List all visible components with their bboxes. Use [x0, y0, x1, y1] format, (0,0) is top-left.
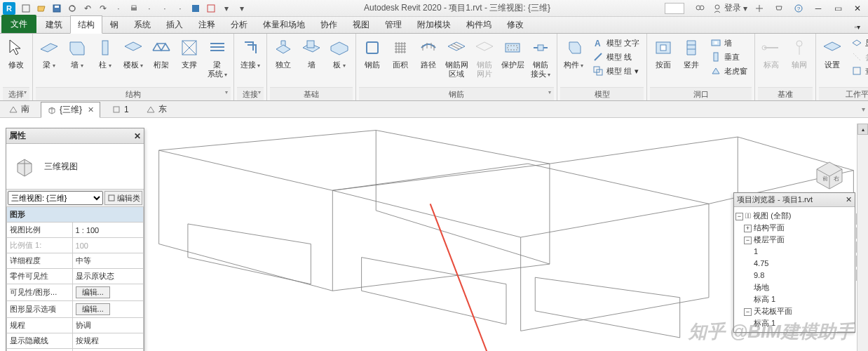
tab-insert[interactable]: 插入 — [158, 15, 191, 33]
properties-close-icon[interactable]: ✕ — [134, 131, 141, 141]
dormer-button[interactable]: 老虎窗 — [707, 65, 750, 77]
redo-icon[interactable]: ↷ — [95, 1, 111, 15]
viewer-button[interactable]: 查看器 — [848, 65, 868, 77]
column-button[interactable]: 柱 — [92, 35, 118, 72]
restore-button[interactable]: ▭ — [830, 1, 846, 15]
tab-architecture[interactable]: 建筑 — [38, 15, 70, 33]
panel-title-structure[interactable]: 结构 — [36, 87, 231, 100]
tab-structure[interactable]: 结构 — [70, 15, 102, 34]
prop-value[interactable]: 协调 — [72, 318, 143, 333]
by-face-button[interactable]: 按面 — [650, 35, 677, 71]
view-tab-south[interactable]: 南 — [3, 102, 35, 117]
qat-btn-9[interactable]: · — [157, 1, 172, 15]
tab-steel[interactable]: 钢 — [102, 15, 126, 33]
prop-value[interactable]: 按规程 — [72, 333, 143, 349]
tree-level-2[interactable]: 4.75 — [735, 258, 853, 270]
prop-value[interactable]: 1 : 100 — [72, 223, 143, 238]
instance-selector[interactable]: 三维视图: {三维} — [8, 191, 103, 205]
tab-addins[interactable]: 附加模块 — [409, 15, 459, 33]
tab-modify[interactable]: 修改 — [499, 15, 531, 33]
wall-foundation-button[interactable]: 墙 — [298, 35, 325, 71]
beam-button[interactable]: 梁 — [36, 35, 62, 72]
coupler-button[interactable]: 钢筋 接头 — [527, 35, 554, 81]
prop-value[interactable]: 无 — [72, 349, 143, 352]
model-group-button[interactable]: 模型 组 ▾ — [590, 65, 642, 77]
tab-file[interactable]: 文件 — [1, 15, 36, 33]
view-tab-1[interactable]: 1 — [106, 103, 135, 116]
open-icon[interactable] — [34, 1, 49, 15]
cover-button[interactable]: 保护层 — [499, 35, 526, 71]
scroll-up-icon[interactable]: ▴ — [857, 124, 868, 135]
beam-system-button[interactable]: 梁 系统 — [204, 35, 231, 81]
qat-menu[interactable] — [18, 1, 34, 15]
slab-button[interactable]: 板 — [326, 35, 353, 72]
keyword-icon[interactable] — [693, 1, 708, 15]
view-tab-3d[interactable]: {三维}✕ — [41, 102, 100, 118]
measure-icon[interactable]: · — [142, 1, 157, 15]
tree-level-4[interactable]: 场地 — [735, 282, 853, 293]
tab-analyze[interactable]: 分析 — [223, 15, 255, 33]
tree-level-3[interactable]: 9.8 — [735, 270, 853, 282]
minimize-button[interactable]: ─ — [811, 1, 826, 15]
panel-title-connect[interactable]: 连接 — [237, 87, 264, 100]
model-line-button[interactable]: 模型 线 — [590, 51, 642, 63]
tree-level-5[interactable]: 标高 1 — [735, 293, 853, 305]
isolated-button[interactable]: 独立 — [270, 35, 297, 71]
tab-goujianwu[interactable]: 构件坞 — [459, 15, 499, 33]
panel-title-rebar[interactable]: 钢筋 — [359, 87, 554, 100]
tab-systems[interactable]: 系统 — [126, 15, 158, 33]
close-hidden-icon[interactable] — [203, 1, 219, 15]
app-logo[interactable]: R — [3, 2, 15, 15]
qat-btn-10[interactable]: · — [172, 1, 188, 15]
cart-icon[interactable] — [771, 1, 787, 15]
wall-opening-button[interactable]: 墙 — [707, 37, 750, 49]
exchange-icon[interactable] — [752, 1, 767, 15]
close-tab-icon[interactable]: ✕ — [88, 105, 94, 114]
connection-button[interactable]: 连接 — [237, 35, 264, 72]
truss-button[interactable]: 桁架 — [148, 35, 175, 71]
fabric-area-button[interactable]: 钢筋网 区域 — [443, 35, 470, 80]
vertical-scrollbar[interactable]: ▴ — [857, 124, 868, 351]
print-icon[interactable] — [126, 1, 142, 15]
edit-button[interactable]: 编辑... — [76, 303, 110, 315]
vertical-opening-button[interactable]: 垂直 — [707, 51, 750, 63]
tree-level-1[interactable]: 1 — [735, 246, 853, 258]
brace-button[interactable]: 支撑 — [176, 35, 203, 71]
browser-close-icon[interactable]: ✕ — [846, 195, 852, 204]
tab-massing[interactable]: 体量和场地 — [255, 15, 313, 33]
undo-icon[interactable]: ↶ — [80, 1, 95, 15]
set-workplane-button[interactable]: 设置 — [819, 35, 846, 71]
save-icon[interactable] — [49, 1, 65, 15]
component-button[interactable]: 构件 — [560, 35, 587, 72]
group-graphics[interactable]: 图形 — [7, 207, 144, 223]
view-tab-overflow[interactable]: ▾ — [862, 105, 865, 113]
sync-icon[interactable] — [65, 1, 80, 15]
view-cube[interactable]: 前 右 — [809, 153, 850, 194]
edit-type-button[interactable]: 编辑类 — [104, 191, 142, 205]
panel-title-select[interactable]: 选择 — [3, 87, 29, 100]
path-rebar-button[interactable]: 路径 — [415, 35, 442, 71]
close-button[interactable]: ✕ — [850, 1, 865, 15]
tab-annotate[interactable]: 注释 — [191, 15, 223, 33]
ribbon-minimize-icon[interactable]: ▫▾ — [846, 20, 868, 33]
show-workplane-button[interactable]: 显示 — [848, 37, 868, 49]
help-icon[interactable]: ? — [791, 1, 806, 15]
view-tab-east[interactable]: 东 — [140, 102, 172, 117]
tab-collab[interactable]: 协作 — [313, 15, 345, 33]
rebar-button[interactable]: 钢筋 — [359, 35, 386, 71]
edit-button[interactable]: 编辑... — [76, 286, 110, 298]
thin-lines-icon[interactable] — [188, 1, 203, 15]
login-button[interactable]: 登录 ▾ — [712, 1, 747, 15]
area-rebar-button[interactable]: 面积 — [387, 35, 414, 71]
prop-value[interactable]: 中等 — [72, 253, 143, 269]
project-tree[interactable]: −�⃣ 视图 (全部) +结构平面 −楼层平面 1 4.75 9.8 场地 标高… — [734, 207, 855, 332]
shaft-button[interactable]: 竖井 — [678, 35, 705, 71]
modify-button[interactable]: 修改 — [3, 35, 29, 71]
floor-button[interactable]: 楼板 — [120, 35, 147, 72]
wall-button[interactable]: 墙 — [64, 35, 90, 72]
prop-value[interactable]: 显示原状态 — [72, 269, 143, 284]
qat-dropdown[interactable]: ▾ — [234, 1, 250, 15]
switch-windows-icon[interactable]: ▾ — [219, 1, 234, 15]
model-canvas[interactable]: 前 右 ◎ ✥ 🔍 ⟲ ▾ 项目浏览器 - 项目1.rvt ✕ −�⃣ 视图 (… — [144, 124, 868, 351]
tab-manage[interactable]: 管理 — [377, 15, 409, 33]
